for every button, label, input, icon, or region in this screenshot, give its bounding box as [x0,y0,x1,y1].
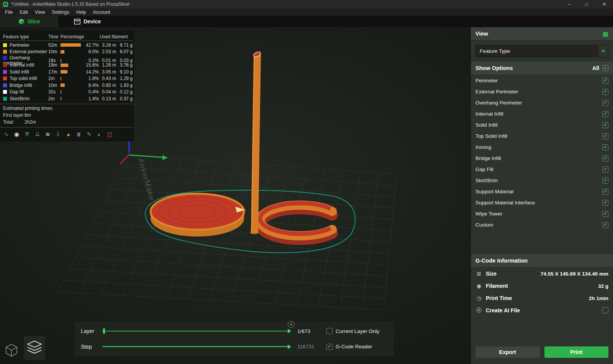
menu-file[interactable]: File [2,10,16,15]
option-label: Top Solid Infill [475,133,507,139]
minimize-button[interactable]: – [560,0,578,8]
option-solid-infill-checkbox[interactable] [602,122,608,128]
option-label: Solid Infill [475,122,498,128]
option-external-perimeter-checkbox[interactable] [602,89,608,95]
export-button[interactable]: Export [475,346,540,358]
option-top-solid-infill-checkbox[interactable] [602,133,608,139]
feature-time: 10m [48,83,61,88]
feature-percentage: 1.4% [89,96,99,101]
tab-device-label: Device [84,18,101,24]
legend-icon[interactable]: ◫ [106,131,114,139]
disc-top [151,194,244,230]
menu-settings[interactable]: Settings [49,10,73,15]
create-ai-file-checkbox[interactable] [602,307,608,313]
option-skirt-brim-checkbox[interactable] [602,178,608,184]
filament-label: Filament [486,283,508,289]
x-axis [120,154,129,164]
option-bridge-infill: Bridge Infill [471,153,613,164]
menu-edit[interactable]: Edit [16,10,31,15]
viewport-3d[interactable]: AnkerMake Feature type Time Percentage U… [0,27,470,364]
unload-icon[interactable]: ⇩ [54,131,62,139]
percentage-bar [61,83,65,87]
layer-slider-row: Layer + 1/673 Current Layer Only [81,325,388,337]
feature-color-swatch [3,56,7,60]
color-changes-icon[interactable]: ● [64,131,72,139]
option-gap-fill-checkbox[interactable] [602,166,608,173]
retractions-icon[interactable]: ⇈ [23,131,31,139]
seams-icon[interactable]: ≋ [44,131,52,139]
print-time-icon: ◷ [475,295,482,301]
step-slider-track[interactable] [102,346,290,347]
feature-time: 2m [48,76,61,81]
feature-percentage: 0.4% [89,89,99,95]
legend-table-icon[interactable]: ▦ [603,30,608,38]
step-slider-handle[interactable] [288,344,293,349]
feature-row: Bridge infill 10m 8.4% 0.65 m 1.93 g [0,82,133,89]
option-custom-checkbox[interactable] [602,222,608,228]
print-button[interactable]: Print [544,346,609,358]
dropdown-arrow-button[interactable] [598,45,608,57]
gcode-row-print-time: ◷ Print Time 2h 1min [471,292,613,304]
option-label: External Perimeter [475,89,518,95]
step-slider[interactable] [102,344,293,350]
all-label: All [592,65,599,71]
filament-icon: ◉ [475,283,482,289]
option-ironing-checkbox[interactable] [602,144,608,150]
build-plate-grid [57,155,397,310]
option-label: Support Material Interface [475,200,535,206]
feature-label: External perimeter [10,49,47,54]
all-checkbox[interactable] [602,65,608,71]
current-layer-only-group[interactable]: Current Layer Only [326,328,388,334]
custom-gcode-icon[interactable]: ✎ [85,131,93,139]
step-label: Step [81,344,98,350]
maximize-button[interactable]: □ [578,0,595,8]
estimated-time-icon[interactable]: ⧖ [75,131,83,139]
slice-cube-icon [18,18,25,24]
gcode-row-size: ⊞ Size 74.55 X 145.69 X 134.40 mm [471,268,613,280]
gcode-reader-checkbox[interactable] [326,344,333,350]
feature-row: Top solid infill 2m 1.8% 0.43 m 1.29 g [0,75,133,82]
window-controls: – □ ✕ [560,0,613,8]
headform-icon[interactable]: ◉ [13,131,21,139]
option-label: Bridge Infill [475,155,501,161]
feature-color-swatch [3,97,7,101]
option-support-material-checkbox[interactable] [602,189,608,195]
shells-icon[interactable]: ◐ [95,131,103,139]
option-overhang-perimeter-checkbox[interactable] [602,100,608,106]
view-type-selected-value: Feature Type [480,48,510,54]
layer-slider-handle[interactable] [103,328,105,334]
deretractions-icon[interactable]: ⇊ [33,131,41,139]
feature-length: 0.43 m [100,76,117,81]
menu-account[interactable]: Account [89,10,113,15]
editor-view-button[interactable] [3,340,20,360]
option-bridge-infill-checkbox[interactable] [602,155,608,162]
option-custom: Custom [471,219,613,230]
layer-slider[interactable]: + [102,328,293,334]
add-color-change-button[interactable]: + [288,321,294,328]
menu-help[interactable]: Help [73,10,90,15]
percentage-bar [61,77,61,80]
current-layer-only-label: Current Layer Only [336,328,379,334]
show-options-all[interactable]: All [592,65,608,71]
option-internal-infill-checkbox[interactable] [602,111,608,117]
travel-icon[interactable]: ∿ [2,131,10,139]
menu-view[interactable]: View [31,10,49,15]
option-top-solid-infill: Top Solid Infill [471,131,613,142]
preview-view-button[interactable] [24,336,45,360]
total-time-value: 2h2m [25,119,36,125]
option-wipe-tower-checkbox[interactable] [602,211,608,217]
tab-slice[interactable]: Slice [0,16,58,27]
option-perimeter-checkbox[interactable] [602,78,608,84]
tab-device[interactable]: Device [58,16,116,27]
feature-row: Overhang perimeter 16s 0.2% 0.01 m 0.03 … [0,55,133,62]
gcode-reader-group[interactable]: G-Code Reader [326,344,388,350]
close-button[interactable]: ✕ [595,0,613,8]
layer-step-panel: Layer + 1/673 Current Layer Only Step [75,322,394,356]
feature-weight: 1.93 g [117,83,134,88]
current-layer-only-checkbox[interactable] [326,328,333,334]
feature-time: 32s [48,89,61,95]
layer-slider-track[interactable] [102,331,290,331]
gcode-row-create-ai-file: Ⓐ Create AI File [471,304,613,317]
option-support-material-interface-checkbox[interactable] [602,200,608,206]
view-type-dropdown[interactable]: Feature Type [475,45,608,57]
